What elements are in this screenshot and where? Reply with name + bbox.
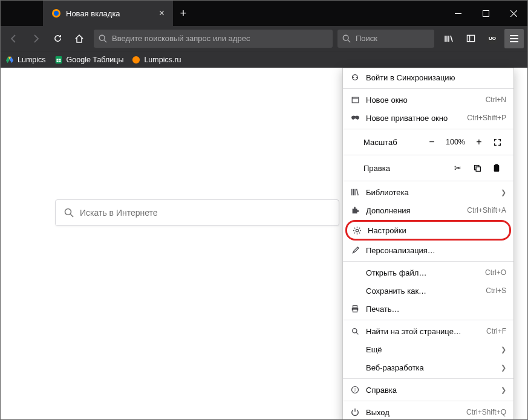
window-controls — [444, 1, 527, 26]
fullscreen-button[interactable] — [488, 134, 506, 150]
copy-button[interactable] — [468, 160, 487, 176]
newtab-search-input[interactable]: Искать в Интернете — [55, 199, 339, 226]
tab-title: Новая вкладка — [66, 9, 120, 18]
firefox-icon — [51, 8, 61, 18]
menu-separator — [343, 129, 513, 129]
svg-rect-3 — [483, 10, 489, 16]
menu-label: Персонализация… — [366, 246, 506, 255]
menu-print[interactable]: Печать… — [343, 300, 513, 318]
new-tab-button[interactable]: + — [173, 1, 194, 26]
bookmark-label: Google Таблицы — [67, 56, 124, 64]
minimize-button[interactable] — [444, 1, 472, 26]
menu-label: Настройки — [368, 226, 504, 235]
newtab-search-placeholder: Искать в Интернете — [80, 208, 158, 218]
back-button[interactable] — [4, 29, 24, 48]
menu-addons[interactable]: Дополнения Ctrl+Shift+A — [343, 201, 513, 219]
menu-find[interactable]: Найти на этой странице… Ctrl+F — [343, 322, 513, 340]
sync-icon — [350, 73, 360, 82]
paintbrush-icon — [350, 246, 360, 254]
zoom-value[interactable]: 100% — [441, 138, 470, 146]
menu-label: Печать… — [366, 305, 506, 314]
svg-rect-20 — [476, 167, 480, 171]
library-button[interactable] — [439, 29, 458, 48]
menu-label: Новое окно — [366, 95, 480, 105]
search-icon — [342, 34, 351, 43]
reload-button[interactable] — [48, 29, 67, 48]
help-icon: ? — [350, 386, 360, 394]
bookmark-item[interactable]: Google Таблицы — [54, 56, 124, 64]
sheets-icon — [54, 56, 63, 64]
svg-rect-21 — [494, 165, 500, 172]
drive-icon — [5, 56, 14, 64]
chevron-right-icon: ❯ — [501, 386, 506, 394]
cut-button[interactable]: ✂ — [448, 160, 468, 176]
svg-rect-22 — [495, 164, 498, 166]
zoom-out-button[interactable]: − — [423, 134, 441, 150]
chevron-right-icon: ❯ — [501, 189, 506, 196]
app-menu: Войти в Синхронизацию Новое окно Ctrl+N … — [342, 68, 514, 420]
bookmark-label: Lumpics.ru — [144, 56, 181, 64]
chevron-right-icon: ❯ — [501, 364, 506, 372]
menu-separator — [343, 181, 513, 181]
menu-button[interactable] — [504, 29, 524, 48]
sidebar-button[interactable] — [461, 29, 480, 48]
menu-new-window[interactable]: Новое окно Ctrl+N — [343, 91, 513, 109]
menu-label: Сохранить как… — [366, 286, 480, 296]
tab-close-button[interactable]: × — [159, 8, 165, 19]
menu-separator — [343, 88, 513, 89]
bookmark-item[interactable]: Lumpics.ru — [132, 56, 181, 64]
menu-separator — [343, 401, 513, 401]
menu-help[interactable]: ? Справка ❯ — [343, 381, 513, 399]
svg-point-16 — [65, 209, 71, 215]
menu-separator — [343, 320, 513, 320]
zoom-in-button[interactable]: + — [470, 134, 488, 150]
forward-button[interactable] — [26, 29, 45, 48]
menu-new-private-window[interactable]: Новое приватное окно Ctrl+Shift+P — [343, 109, 513, 127]
search-bar[interactable]: Поиск — [337, 30, 434, 48]
search-icon — [64, 208, 74, 218]
menu-open-file[interactable]: Открыть файл… Ctrl+O — [343, 263, 513, 282]
svg-rect-17 — [352, 97, 359, 103]
address-bar[interactable]: Введите поисковый запрос или адрес — [94, 30, 333, 48]
printer-icon — [350, 305, 360, 313]
paste-button[interactable] — [487, 160, 506, 176]
menu-save-as[interactable]: Сохранить как… Ctrl+S — [343, 282, 513, 300]
nav-toolbar: Введите поисковый запрос или адрес Поиск… — [1, 26, 527, 51]
maximize-button[interactable] — [472, 1, 500, 26]
menu-exit[interactable]: Выход Ctrl+Shift+Q — [343, 403, 513, 420]
menu-label: Войти в Синхронизацию — [366, 73, 506, 82]
bookmark-item[interactable]: Lumpics — [5, 56, 46, 64]
favicon-icon — [132, 56, 140, 64]
menu-label: Библиотека — [366, 188, 495, 197]
menu-more[interactable]: Ещё ❯ — [343, 340, 513, 358]
close-window-button[interactable] — [500, 1, 527, 26]
urlbar-placeholder: Введите поисковый запрос или адрес — [112, 34, 250, 43]
search-icon — [99, 34, 107, 43]
svg-point-23 — [356, 229, 358, 231]
svg-point-15 — [132, 56, 140, 63]
svg-point-4 — [99, 35, 105, 40]
menu-label: Выход — [366, 408, 460, 417]
menu-sync[interactable]: Войти в Синхронизацию — [343, 68, 513, 86]
mask-icon — [350, 115, 360, 121]
home-button[interactable] — [70, 29, 89, 48]
menu-shortcut: Ctrl+O — [485, 268, 506, 277]
bookmark-label: Lumpics — [18, 56, 46, 64]
gear-icon — [352, 226, 362, 235]
chevron-right-icon: ❯ — [501, 346, 506, 354]
menu-settings[interactable]: Настройки — [345, 220, 511, 241]
menu-separator — [343, 261, 513, 262]
menu-label: Найти на этой странице… — [366, 327, 480, 336]
titlebar: Новая вкладка × + — [1, 1, 527, 26]
ublock-button[interactable]: UO — [483, 29, 502, 48]
menu-shortcut: Ctrl+S — [486, 286, 506, 295]
power-icon — [350, 408, 360, 416]
menu-library[interactable]: Библиотека ❯ — [343, 183, 513, 201]
menu-webdev[interactable]: Веб-разработка ❯ — [343, 358, 513, 376]
svg-text:?: ? — [354, 387, 357, 393]
bookmarks-toolbar: Lumpics Google Таблицы Lumpics.ru — [1, 51, 527, 68]
tab-active[interactable]: Новая вкладка × — [43, 1, 173, 26]
zoom-label: Масштаб — [363, 138, 397, 147]
menu-customize[interactable]: Персонализация… — [343, 241, 513, 259]
menu-label: Открыть файл… — [366, 268, 479, 277]
